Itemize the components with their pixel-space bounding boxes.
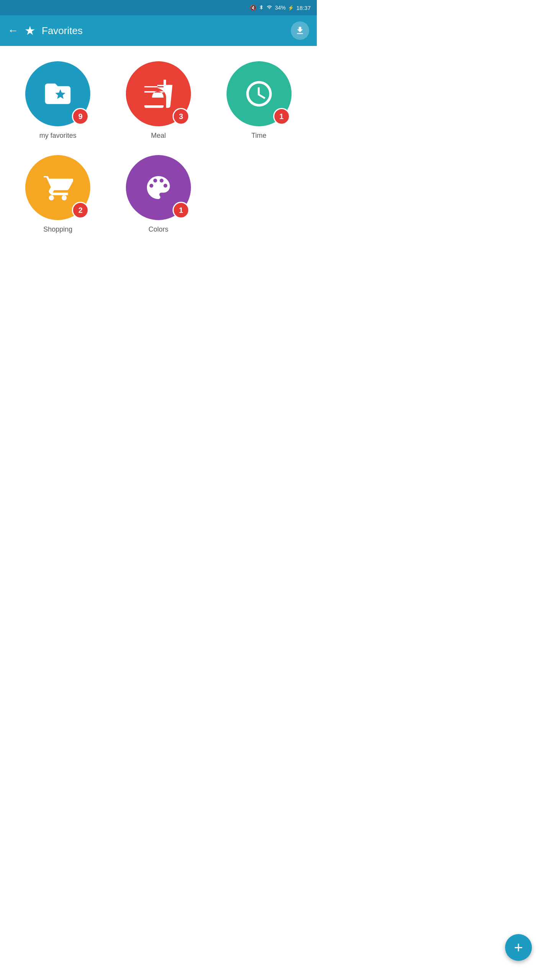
battery-percent: 34% (275, 5, 285, 11)
bluetooth-icon (259, 5, 264, 11)
categories-grid: 9 my favorites 3 Meal 1 Time (0, 46, 317, 249)
badge-colors: 1 (173, 202, 189, 219)
app-bar: ← ★ Favorites (0, 15, 317, 46)
category-icon-container-time: 1 (227, 61, 292, 126)
badge-shopping: 2 (72, 202, 89, 219)
battery-icon: ⚡ (288, 5, 294, 11)
download-button[interactable] (291, 21, 309, 40)
favorites-star-icon: ★ (24, 23, 36, 38)
category-icon-container-my-favorites: 9 (25, 61, 90, 126)
palette-icon (143, 172, 174, 203)
category-label-meal: Meal (151, 132, 166, 140)
page-title: Favorites (42, 25, 285, 37)
category-label-shopping: Shopping (43, 225, 72, 234)
clock-icon (244, 78, 274, 109)
signal-icon (266, 5, 272, 11)
category-time[interactable]: 1 Time (212, 61, 305, 140)
category-shopping[interactable]: 2 Shopping (11, 155, 104, 234)
cutlery-icon (143, 78, 174, 109)
folder-star-icon (42, 78, 73, 109)
badge-time: 1 (273, 108, 290, 125)
download-icon (295, 26, 305, 36)
back-button[interactable]: ← (8, 24, 18, 37)
category-my-favorites[interactable]: 9 my favorites (11, 61, 104, 140)
category-icon-container-meal: 3 (126, 61, 191, 126)
status-icons: 🔇 34% ⚡ 18:37 (250, 5, 311, 11)
category-label-time: Time (251, 132, 266, 140)
cart-icon (42, 172, 73, 203)
badge-meal: 3 (173, 108, 189, 125)
category-label-my-favorites: my favorites (39, 132, 77, 140)
status-bar: 🔇 34% ⚡ 18:37 (0, 0, 317, 15)
category-icon-container-colors: 1 (126, 155, 191, 220)
clock: 18:37 (296, 5, 311, 11)
category-meal[interactable]: 3 Meal (112, 61, 205, 140)
badge-my-favorites: 9 (72, 108, 89, 125)
mute-icon: 🔇 (250, 5, 256, 11)
category-colors[interactable]: 1 Colors (112, 155, 205, 234)
category-label-colors: Colors (148, 225, 168, 234)
category-icon-container-shopping: 2 (25, 155, 90, 220)
